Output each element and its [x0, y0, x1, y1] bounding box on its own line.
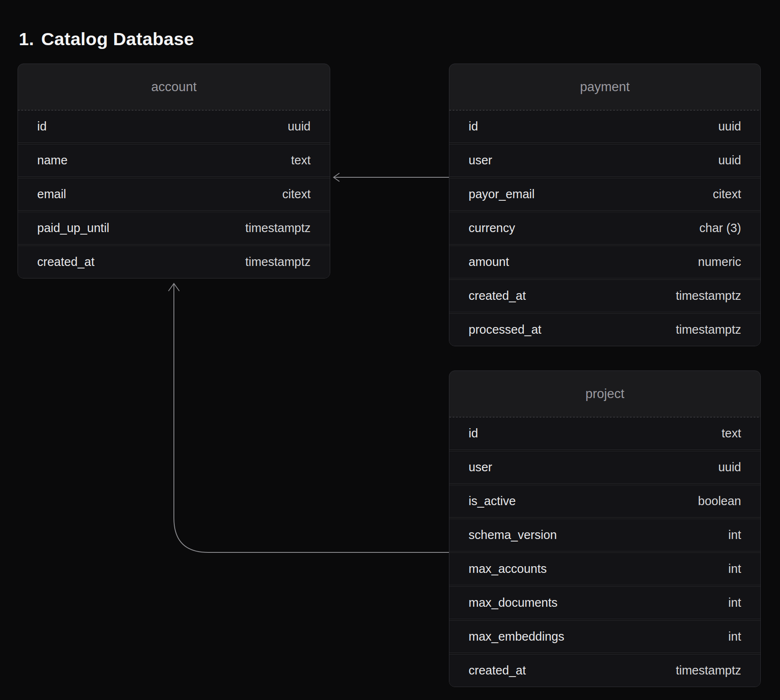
- column-type: citext: [713, 187, 741, 201]
- relation-project-account: [168, 284, 449, 552]
- table-row[interactable]: max_embeddings int: [449, 621, 760, 653]
- table-payment-title: payment: [449, 64, 760, 110]
- table-row[interactable]: email citext: [18, 178, 330, 210]
- column-name: user: [469, 460, 492, 474]
- column-type: uuid: [288, 120, 311, 133]
- column-name: paid_up_until: [37, 221, 110, 235]
- column-type: timestamptz: [676, 289, 741, 303]
- column-name: is_active: [469, 494, 516, 508]
- column-type: timestamptz: [676, 664, 741, 677]
- column-name: max_accounts: [469, 562, 547, 576]
- table-row[interactable]: id text: [449, 417, 760, 450]
- table-row[interactable]: processed_at timestamptz: [449, 314, 760, 346]
- table-project-title: project: [449, 371, 760, 417]
- table-payment[interactable]: payment id uuid user uuid payor_email ci…: [449, 64, 761, 346]
- column-name: id: [469, 427, 478, 440]
- column-name: schema_version: [469, 528, 557, 542]
- table-row[interactable]: user uuid: [449, 144, 760, 176]
- column-type: timestamptz: [676, 323, 741, 337]
- column-name: amount: [469, 255, 509, 269]
- column-name: email: [37, 187, 66, 201]
- table-row[interactable]: max_documents int: [449, 587, 760, 619]
- table-row[interactable]: id uuid: [18, 110, 330, 143]
- table-account-title: account: [18, 64, 330, 110]
- table-row[interactable]: name text: [18, 144, 330, 176]
- table-account[interactable]: account id uuid name text email citext p…: [18, 64, 330, 278]
- table-row[interactable]: id uuid: [449, 110, 760, 143]
- table-row[interactable]: created_at timestamptz: [449, 654, 760, 687]
- page-title-text: Catalog Database: [41, 29, 194, 49]
- table-row[interactable]: max_accounts int: [449, 553, 760, 585]
- column-type: int: [728, 630, 741, 644]
- table-row[interactable]: payor_email citext: [449, 178, 760, 210]
- column-name: max_embeddings: [469, 630, 564, 644]
- column-type: int: [728, 562, 741, 576]
- relation-payment-account: [334, 173, 449, 181]
- column-type: boolean: [698, 494, 741, 508]
- table-row[interactable]: amount numeric: [449, 246, 760, 278]
- table-row[interactable]: created_at timestamptz: [449, 280, 760, 312]
- column-name: id: [37, 120, 47, 133]
- column-type: numeric: [698, 255, 741, 269]
- column-type: int: [728, 528, 741, 542]
- column-type: uuid: [718, 120, 741, 133]
- column-name: name: [37, 153, 68, 167]
- page-title: 1. Catalog Database: [19, 29, 194, 49]
- table-row[interactable]: currency char (3): [449, 212, 760, 244]
- column-type: char (3): [699, 221, 741, 235]
- table-row[interactable]: created_at timestamptz: [18, 246, 330, 278]
- column-name: processed_at: [469, 323, 541, 337]
- column-name: created_at: [469, 289, 526, 303]
- column-name: id: [469, 120, 478, 133]
- column-name: created_at: [37, 255, 94, 269]
- column-type: uuid: [718, 153, 741, 167]
- page-title-number: 1.: [19, 29, 34, 49]
- table-row[interactable]: user uuid: [449, 451, 760, 483]
- column-name: payor_email: [469, 187, 535, 201]
- column-type: text: [721, 427, 741, 440]
- table-row[interactable]: paid_up_until timestamptz: [18, 212, 330, 244]
- table-row[interactable]: schema_version int: [449, 519, 760, 551]
- column-name: created_at: [469, 664, 526, 677]
- column-type: text: [291, 153, 311, 167]
- column-type: timestamptz: [245, 255, 311, 269]
- column-name: user: [469, 153, 492, 167]
- table-project[interactable]: project id text user uuid is_active bool…: [449, 370, 761, 687]
- column-type: citext: [282, 187, 311, 201]
- column-name: currency: [469, 221, 515, 235]
- column-type: int: [728, 596, 741, 610]
- column-type: uuid: [718, 460, 741, 474]
- column-name: max_documents: [469, 596, 558, 610]
- column-type: timestamptz: [245, 221, 311, 235]
- table-row[interactable]: is_active boolean: [449, 485, 760, 517]
